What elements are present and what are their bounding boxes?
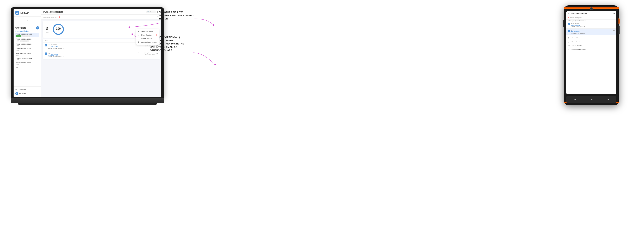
progress-percent: % [58,30,59,32]
badge-shared: ⇄ Shared with 1 [20,40,28,42]
badge-progress: ⟳ 2/5 [16,55,19,56]
row-2-subtitle: S/WTR LVL UF VESSELS [48,56,136,58]
sidebar-item-pm05[interactable]: PM05-0003001129601 ⟳ 2/5 [15,52,39,56]
phone-row-2[interactable]: ✓ (1) IAA-29LT3707 S/WTR LVL UF VESSELS … [566,29,616,35]
progress-circle: 100 % [52,23,64,36]
archive-checklist-item[interactable]: ☐ Archive checklist [136,37,159,40]
sidebar-templates-item[interactable]: ⊞ Templates [15,88,40,91]
row-1-title: IAA-29LT3707 [48,46,136,48]
sidebar-item-pm006[interactable]: PM006 -000300129601 ○ 0/4 [15,57,39,61]
checklist-item-badges: ✓ Done ⇄ Shared with 1 [16,35,38,37]
app-header: PM02 - 000200031969 🔍 Search ⛶ [41,9,161,15]
row-1-subtitle: S/WTR LVL UF VESSELS [48,48,136,49]
row-2-title: IAA-29LT3707 [48,54,136,56]
row-2-user: edvl.andersen@cognitedata.com [136,52,155,54]
phone-grid-icon: ⊞ [568,37,570,39]
checklists-title: Checklists [15,27,26,29]
recents-nav-button[interactable]: ■ [608,98,609,101]
phone-header: ← PM02 - 000200031969 ••• [566,11,616,16]
phone-camera [590,7,593,10]
phone-row-1-checkbox[interactable]: ✓ [568,23,570,25]
row-2-checkbox[interactable]: ✓ [45,53,47,55]
checklist-item-title: PM006 -000300129601 [16,57,38,59]
badge-progress: ○ 0/2 [16,45,19,47]
group-by-area-label: Group list by area [141,31,153,32]
phone-download-label: Download PDF Version [572,49,586,51]
phone-row-2-checkbox[interactable]: ✓ [568,30,570,32]
phone-right-top-button [618,18,620,24]
search-bar[interactable]: 🔍 Search [146,11,156,13]
phone-row-1-subtitle: S/WTR LVL UF VESSELS [571,26,612,27]
phone-download-item[interactable]: ⬇ Download PDF Version [566,48,616,52]
templates-label: Templates [19,89,26,91]
add-checklist-button[interactable]: + [36,26,39,30]
share-checklist-label: Share checklist [141,34,152,36]
phone-row-2-content: (1) IAA-29LT3707 S/WTR LVL UF VESSELS [571,30,612,34]
sidebar-revisions-item[interactable]: R Revisions [15,91,40,96]
phone-screen: ← PM02 - 000200031969 ••• Shared with 1 … [566,11,616,94]
sidebar-item-pm02-1[interactable]: PM02 - 00020003 1969 ✓ Done ⇄ Shared wit… [15,33,39,37]
phone-device: ← PM02 - 000200031969 ••• Shared with 1 … [564,5,619,105]
checklist-item-title: PM02 - 000200032134 [16,43,38,45]
home-nav-button[interactable]: ● [591,98,592,101]
home-icon[interactable]: ⌂ [24,18,30,24]
laptop-base [11,98,164,103]
main-content: PM02 - 000200031969 🔍 Search ⛶ Shared wi… [41,9,161,97]
sidebar-item-pm04[interactable]: PM04-0003001129601 ○ 0/1 [15,47,39,52]
phone-group-area-item[interactable]: ⊞ Group list by area [566,36,616,40]
phone-row-2-more[interactable]: ••• [613,30,615,32]
checklist-item-badges: ○ 5/47 ⇄ Shared with 1 [16,40,38,42]
row-2-id: (1) [48,52,136,54]
phone-expand-icon[interactable]: ▲ [613,17,615,19]
badge-progress: ○ 5/47 [16,40,19,42]
grid-icon: ⊞ [138,31,140,32]
share-checklist-item[interactable]: ⇄ Share checklist [136,33,159,37]
checklist-subheader: Shared with 1 person ▾ ••• [41,15,161,20]
back-nav-button[interactable]: ◄ [574,98,576,101]
page-title: PM02 - 000200031969 [43,11,63,13]
phone-share-item[interactable]: ⇄ Share checklist [566,40,616,44]
open-checklists-label[interactable]: Open checklists ▾ [15,30,39,32]
search-icon: 🔍 [148,11,149,13]
revisions-label: Revisions [19,93,26,94]
row-1-checkbox[interactable]: ✓ [45,44,47,47]
back-icon[interactable]: ← [568,12,570,15]
sidebar-item-pm18[interactable]: PM18-0003001126502 ○ 0/1 [15,61,39,66]
sidebar-logo: INFIELD [14,9,41,17]
checklists-header: Checklists + [15,26,39,30]
download-pdf-item[interactable]: ⬇ Download PDF Version [136,40,159,44]
sidebar-bottom: ⊞ Templates R Revisions [14,86,41,97]
revisions-avatar: R [15,92,18,95]
badge-progress: ○ 0/4 [16,59,19,61]
phone-download-icon: ⬇ [568,49,570,51]
phone-more-button[interactable]: ••• [613,13,615,15]
phone-row-2-subtitle: S/WTR LVL UF VESSELS [571,33,612,34]
sidebar-item-pm03[interactable]: PM03 - 000300128601 ○ 5/47 ⇄ Shared with… [15,38,39,42]
row-1-id: IAA-29LT3707 [48,44,136,46]
checklist-item-title: PM04-0003001129601 [16,48,38,50]
phone-body: ← PM02 - 000200031969 ••• Shared with 1 … [564,5,619,105]
phone-row-1[interactable]: ✓ IAA-29LT3707 IAA-29LT3707 S/WTR LVL UF… [566,22,616,29]
group-by-area-item[interactable]: ⊞ Group list by area [136,30,159,33]
sidebar-item-test[interactable]: test [15,66,39,69]
templates-icon: ⊞ [15,88,18,91]
phone-email: kirilen.aymos@cognitedata.com [566,20,616,22]
phone-archive-label: Archive checklist [572,45,582,47]
checklist-row-2[interactable]: ✓ (1) IAA-29LT3707 S/WTR LVL UF VESSELS … [43,51,160,59]
laptop-device: INFIELD ⌂ Checklists + Open checklists ▾ [11,7,164,107]
search-placeholder: Search [150,11,154,13]
phone-row-1-more[interactable]: ••• [613,23,615,25]
row-2-more-button[interactable]: ••• [156,53,158,55]
phone-archive-item[interactable]: ☐ Archive checklist [566,44,616,48]
row-1-content: IAA-29LT3707 IAA-29LT3707 S/WTR LVL UF V… [48,44,136,49]
row-2-meta: edvl.andersen@cognitedata.com 17.11.2020… [136,52,155,55]
phone-shared-bar: Shared with 1 person ▲ [566,16,616,20]
check-icon: ✓ [45,45,46,46]
sidebar-item-pm02-2[interactable]: PM02 - 000200032134 ○ 0/2 [15,43,39,47]
shared-dot-indicator [59,17,60,18]
badge-done: ✓ Done [16,35,21,37]
logo-icon [15,11,19,15]
badge-shared: ⇄ Shared with 1 [22,35,30,37]
checklist-item-badges: ⟳ 2/5 [16,55,38,56]
laptop-foot [18,103,157,105]
